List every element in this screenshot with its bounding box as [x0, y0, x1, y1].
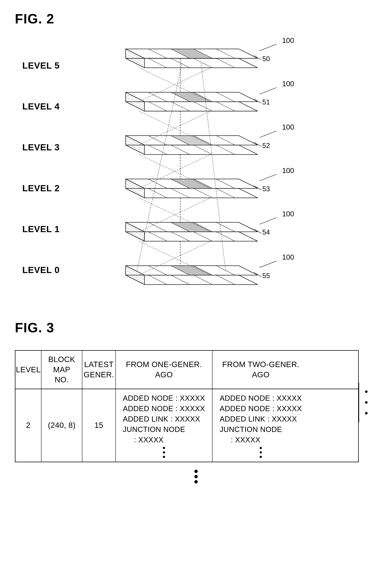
svg-line-48: [171, 102, 190, 111]
svg-text:53: 53: [262, 185, 270, 193]
svg-line-35: [216, 58, 235, 68]
svg-line-50: [216, 102, 235, 111]
svg-text:55: 55: [262, 272, 270, 279]
svg-line-60: [216, 136, 235, 145]
svg-line-94: [194, 232, 212, 241]
td-from-two: ADDED NODE : XXXXX ADDED NODE : XXXXX AD…: [212, 389, 309, 462]
th-level: LEVEL: [15, 351, 42, 389]
svg-text:100: 100: [282, 36, 294, 44]
svg-text:100: 100: [282, 253, 294, 261]
svg-line-80: [216, 188, 235, 198]
svg-line-47: [148, 102, 167, 111]
svg-line-84: [126, 187, 144, 196]
svg-line-78: [171, 188, 190, 198]
svg-line-72: [148, 179, 167, 188]
svg-marker-46: [171, 92, 212, 102]
svg-line-49: [194, 102, 212, 111]
svg-line-93: [171, 232, 190, 241]
level-0-label: LEVEL 0: [22, 249, 60, 290]
svg-line-120: [137, 63, 182, 270]
svg-marker-91: [171, 222, 212, 232]
table-header-row: LEVEL BLOCK MAPNO. LATESTGENER. FROM ONE…: [15, 351, 358, 389]
level-1-label: LEVEL 1: [22, 208, 60, 249]
svg-line-23: [254, 272, 262, 277]
bottom-dots: [15, 470, 377, 484]
level-4-label: LEVEL 4: [22, 86, 60, 127]
svg-marker-31: [171, 49, 212, 58]
svg-line-64: [194, 145, 212, 154]
svg-line-9: [259, 218, 276, 224]
level-3-label: LEVEL 3: [22, 127, 60, 168]
fig2-section: FIG. 2 LEVEL 5 LEVEL 4 LEVEL 3 LEVEL 2 L…: [15, 11, 377, 298]
svg-line-63: [171, 145, 190, 154]
svg-line-21: [254, 229, 262, 233]
svg-text:100: 100: [282, 80, 294, 88]
td-level: 2: [15, 389, 42, 462]
svg-marker-61: [171, 136, 212, 145]
td-from-one: ADDED NODE : XXXXX ADDED NODE : XXXXX AD…: [116, 389, 212, 462]
svg-line-114: [126, 273, 144, 283]
svg-line-65: [216, 145, 235, 154]
svg-line-5: [259, 131, 276, 138]
svg-line-11: [259, 261, 276, 268]
svg-line-77: [148, 188, 167, 198]
svg-line-69: [126, 143, 144, 152]
svg-line-87: [148, 222, 167, 232]
fig3-section: FIG. 3 LEVEL BLOCK MAPNO. LATESTGENER. F…: [15, 320, 377, 484]
fig3-label: FIG. 3: [15, 320, 377, 335]
svg-line-90: [216, 222, 235, 232]
svg-text:100: 100: [282, 210, 294, 218]
svg-line-29: [216, 49, 235, 58]
svg-line-7: [259, 174, 276, 181]
svg-line-67: [126, 138, 144, 147]
svg-line-121: [201, 63, 226, 270]
svg-text:50: 50: [262, 55, 270, 63]
svg-marker-76: [171, 179, 212, 188]
fig2-diagram: LEVEL 5 LEVEL 4 LEVEL 3 LEVEL 2 LEVEL 1 …: [15, 34, 377, 298]
svg-line-34: [194, 58, 212, 68]
fig3-table: LEVEL BLOCK MAPNO. LATESTGENER. FROM ONE…: [15, 350, 359, 462]
svg-marker-71: [126, 188, 258, 198]
svg-marker-25: [126, 58, 258, 68]
svg-line-3: [259, 87, 276, 94]
svg-line-112: [126, 268, 144, 277]
svg-line-42: [148, 92, 167, 102]
svg-marker-56: [126, 145, 258, 154]
svg-line-37: [126, 51, 144, 60]
svg-line-79: [194, 188, 212, 198]
svg-text:51: 51: [262, 98, 270, 106]
td-latest: 15: [82, 389, 116, 462]
svg-line-107: [148, 275, 167, 285]
svg-line-92: [148, 232, 167, 241]
svg-line-102: [148, 266, 167, 275]
th-blockmap: BLOCK MAPNO.: [42, 351, 82, 389]
stack-diagram: 100 100 100 100 100 100 50 51 52: [71, 34, 312, 298]
svg-marker-41: [126, 102, 258, 111]
svg-line-1: [259, 44, 276, 51]
svg-line-32: [148, 58, 167, 68]
svg-line-45: [216, 92, 235, 102]
svg-line-108: [171, 275, 190, 285]
level-5-label: LEVEL 5: [22, 45, 60, 86]
svg-line-52: [126, 94, 144, 104]
svg-line-26: [148, 49, 167, 58]
svg-line-19: [254, 186, 262, 190]
svg-line-62: [148, 145, 167, 154]
svg-text:54: 54: [262, 228, 270, 236]
svg-text:100: 100: [282, 166, 294, 175]
svg-text:100: 100: [282, 123, 294, 131]
level-labels: LEVEL 5 LEVEL 4 LEVEL 3 LEVEL 2 LEVEL 1 …: [22, 34, 60, 290]
svg-line-30: [239, 49, 257, 58]
table-data-row: 2 (240, 8) 15 ADDED NODE : XXXXX ADDED N…: [15, 389, 358, 462]
td-blockmap: (240, 8): [42, 389, 82, 462]
svg-line-109: [194, 275, 212, 285]
svg-line-82: [126, 181, 144, 190]
svg-line-17: [254, 142, 262, 146]
svg-line-57: [148, 136, 167, 145]
svg-line-97: [126, 224, 144, 234]
th-from-one: FROM ONE-GENER.AGO: [116, 351, 212, 389]
svg-line-54: [126, 100, 144, 109]
svg-line-75: [216, 179, 235, 188]
svg-line-13: [254, 55, 262, 60]
level-2-label: LEVEL 2: [22, 168, 60, 208]
